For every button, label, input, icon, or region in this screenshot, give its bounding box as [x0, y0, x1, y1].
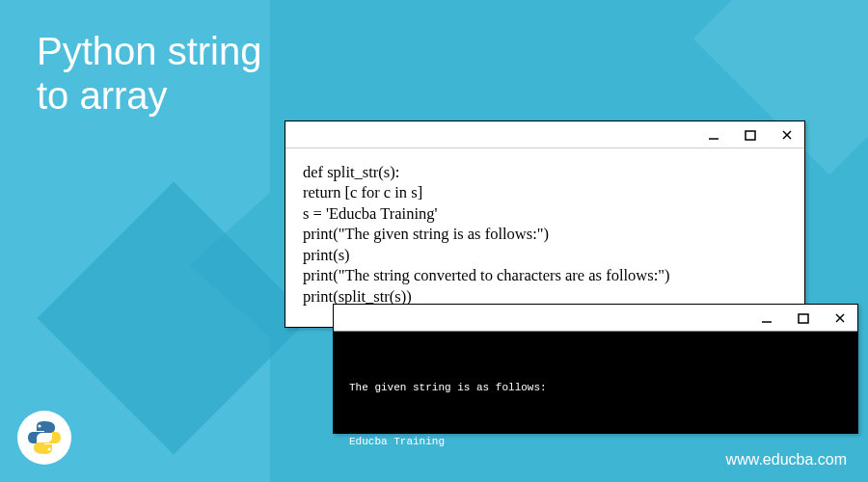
- window-titlebar: [285, 121, 804, 148]
- svg-point-8: [38, 424, 41, 427]
- output-line: Educba Training: [349, 433, 842, 451]
- code-line: s = 'Educba Training': [303, 203, 787, 224]
- code-content: def split_str(s): return [c for c in s] …: [285, 148, 804, 320]
- title-line: Python string: [37, 29, 261, 73]
- code-line: print("The string converted to character…: [303, 265, 787, 285]
- python-logo-icon: [17, 411, 71, 465]
- code-line: def split_str(s):: [303, 162, 787, 182]
- minimize-icon[interactable]: [755, 309, 778, 327]
- minimize-icon[interactable]: [702, 126, 725, 144]
- output-window: The given string is as follows: Educba T…: [333, 304, 858, 434]
- close-icon[interactable]: [775, 126, 799, 144]
- output-line: The given string is as follows:: [349, 379, 842, 397]
- code-line: return [c for c in s]: [303, 182, 787, 202]
- site-url: www.educba.com: [726, 451, 847, 469]
- code-window: def split_str(s): return [c for c in s] …: [285, 120, 805, 328]
- svg-point-9: [47, 447, 50, 450]
- title-line: to array: [37, 73, 261, 118]
- window-titlebar: [334, 305, 857, 332]
- code-line: print("The given string is as follows:"): [303, 224, 787, 244]
- svg-rect-1: [746, 131, 755, 140]
- maximize-icon[interactable]: [792, 309, 815, 327]
- close-icon[interactable]: [828, 309, 852, 327]
- code-line: print(s): [303, 245, 787, 265]
- svg-rect-5: [799, 314, 808, 323]
- page-title: Python string to array: [37, 29, 261, 118]
- maximize-icon[interactable]: [739, 126, 762, 144]
